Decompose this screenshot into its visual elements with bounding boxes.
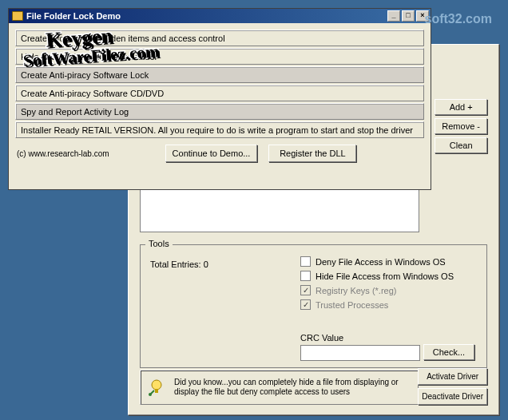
deny-access-checkbox-row[interactable]: Deny File Access in Windows OS (300, 256, 454, 267)
title-bar[interactable]: File Folder Lock Demo _ □ × (9, 9, 431, 23)
option-row-5[interactable]: Installer Ready RETAIL VERSION. All you … (15, 121, 424, 138)
hide-access-checkbox-row[interactable]: Hide File Access from Windows OS (300, 271, 454, 281)
total-entries-label: Total Entries: 0 (150, 260, 208, 269)
registry-keys-checkbox-row: Registry Keys (*.reg) (300, 285, 454, 295)
option-row-1[interactable]: Hide a folder / unhide hidden folder (15, 48, 424, 65)
maximize-button[interactable]: □ (402, 10, 415, 22)
checkbox-icon (300, 299, 311, 310)
option-row-2[interactable]: Create Anti-piracy Software Lock (15, 66, 424, 83)
activate-driver-button[interactable]: Activate Driver (418, 368, 487, 385)
watermark-text: soft32.com (425, 12, 492, 26)
add-button[interactable]: Add + (435, 99, 487, 115)
continue-demo-button[interactable]: Continue to Demo... (165, 145, 258, 162)
minimize-button[interactable]: _ (387, 10, 400, 22)
option-row-4[interactable]: Spy and Report Activity Log (15, 103, 424, 120)
option-row-3[interactable]: Create Anti-piracy Software CD/DVD (15, 85, 424, 101)
tools-groupbox: Tools Total Entries: 0 Deny File Access … (140, 244, 487, 368)
checkbox-icon (300, 285, 311, 295)
folder-icon (12, 11, 23, 21)
svg-point-0 (152, 380, 161, 390)
demo-window: File Folder Lock Demo _ □ × Create a fol… (8, 8, 431, 190)
tip-bar: Did you know...you can completely hide a… (140, 370, 419, 405)
registry-keys-label: Registry Keys (*.reg) (316, 286, 396, 295)
svg-point-2 (149, 393, 152, 396)
crc-value-input[interactable] (300, 345, 420, 361)
remove-button[interactable]: Remove - (435, 118, 487, 134)
option-row-0[interactable]: Create a folder with hidden items and ac… (15, 30, 424, 46)
tip-text: Did you know...you can completely hide a… (174, 378, 411, 398)
checkbox-icon (300, 256, 311, 267)
tools-legend: Tools (145, 239, 173, 248)
hide-access-label: Hide File Access from Windows OS (316, 271, 454, 281)
deactivate-driver-button[interactable]: Deactivate Driver (418, 388, 487, 405)
clean-button[interactable]: Clean (435, 137, 487, 153)
checkbox-icon (300, 271, 311, 281)
check-button[interactable]: Check... (423, 344, 474, 360)
crc-value-label: CRC Value (300, 333, 343, 343)
trusted-processes-label: Trusted Processes (316, 300, 388, 310)
svg-rect-1 (155, 389, 158, 393)
credit-text: (c) www.research-lab.com (17, 149, 109, 158)
deny-access-label: Deny File Access in Windows OS (316, 257, 446, 267)
register-dll-button[interactable]: Register the DLL (268, 145, 356, 162)
trusted-processes-checkbox-row: Trusted Processes (300, 299, 454, 310)
lightbulb-icon (147, 378, 166, 397)
window-title: File Folder Lock Demo (26, 11, 384, 21)
